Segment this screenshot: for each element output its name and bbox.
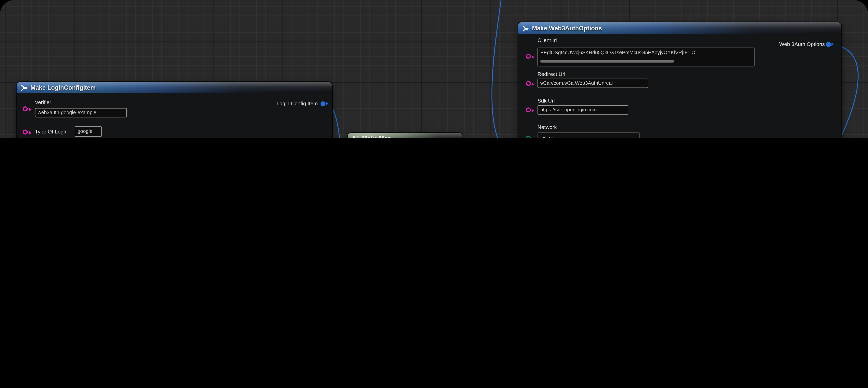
node-make-map[interactable]: Make Map Key 0 google Map Value 0 Add pi… xyxy=(348,133,463,138)
pin-login-config-item-output[interactable] xyxy=(320,101,326,106)
label-redirect-url: Redirect Url xyxy=(537,71,565,77)
pin-network[interactable] xyxy=(526,136,531,138)
pin-sdk-url[interactable] xyxy=(526,107,531,112)
pin-type-of-login[interactable] xyxy=(23,129,28,134)
label-sdk-url: Sdk Url xyxy=(537,97,555,103)
node-header-make-map[interactable]: Make Map xyxy=(348,133,463,138)
node-title: Make LoginConfigItem xyxy=(30,84,96,91)
node-header-make-loginconfigitem[interactable]: Make LoginConfigItem xyxy=(17,82,332,93)
node-make-loginconfigitem[interactable]: Make LoginConfigItem Login Config Item V… xyxy=(17,82,332,138)
node-header-make-web3authoptions[interactable]: Make Web3AuthOptions xyxy=(518,22,841,34)
pin-redirect-url[interactable] xyxy=(526,81,531,86)
label-type-of-login: Type Of Login xyxy=(35,128,68,135)
output-label-web3auth-options: Web 3Auth Options xyxy=(779,41,825,47)
network-dropdown[interactable]: CYAN xyxy=(537,132,640,138)
label-network: Network xyxy=(537,124,557,130)
verifier-input[interactable]: web3auth-google-example xyxy=(35,108,127,118)
sdk-url-input[interactable]: https://sdk.openlogin.com xyxy=(537,105,628,115)
node-make-web3authoptions[interactable]: Make Web3AuthOptions Web 3Auth Options C… xyxy=(518,22,841,138)
network-selected-value: CYAN xyxy=(542,136,555,138)
graph-canvas[interactable]: Make LoginConfigItem Login Config Item V… xyxy=(0,0,868,138)
output-label-login-config-item: Login Config Item xyxy=(277,100,318,106)
pin-client-id[interactable] xyxy=(526,53,531,58)
make-map-icon xyxy=(352,135,359,138)
label-client-id: Client Id xyxy=(537,37,557,43)
make-struct-icon xyxy=(21,84,28,91)
client-id-input[interactable]: BEglQSgt4cUWcj6SKRdu5QkOXTsePmMcusG5EAoy… xyxy=(537,48,754,66)
pin-verifier[interactable] xyxy=(23,106,28,111)
node-title: Make Web3AuthOptions xyxy=(532,25,602,32)
redirect-url-input[interactable]: w3a://com.w3a.Web3AuthUnreal xyxy=(537,79,648,88)
chevron-down-icon xyxy=(630,138,636,138)
node-title: Make Map xyxy=(362,135,391,138)
make-struct-icon xyxy=(522,25,529,32)
type-of-login-input[interactable]: google xyxy=(75,126,102,137)
client-id-value: BEglQSgt4cUWcj6SKRdu5QkOXTsePmMcusG5EAoy… xyxy=(540,48,752,57)
client-id-scrollbar[interactable] xyxy=(540,60,674,62)
pin-web3auth-options-output[interactable] xyxy=(826,42,831,47)
label-verifier: Verifier xyxy=(35,99,51,105)
